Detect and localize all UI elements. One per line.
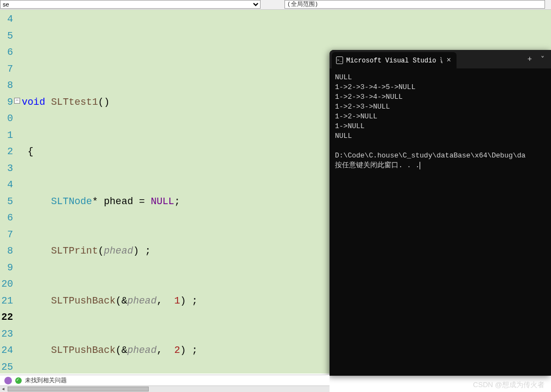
status-text: 未找到相关问题 [25,376,67,384]
scope-dropdown-left[interactable]: se [0,0,261,9]
terminal-header: >_ Microsoft Visual Studio 调试 × + ˅ [330,50,551,68]
dropdown-icon[interactable]: ˅ [541,55,544,64]
scroll-thumb[interactable] [8,387,149,391]
scroll-left-icon[interactable]: ◄ [0,386,7,392]
close-icon[interactable]: × [446,56,452,65]
new-tab-button[interactable]: + [528,55,532,64]
top-bar: se (全局范围) [0,0,551,10]
terminal-actions: + ˅ [521,50,551,68]
status-indicator-icon[interactable] [4,377,12,384]
scope-dropdown-right[interactable]: (全局范围) [284,0,545,9]
terminal-output[interactable]: NULL 1->2->3->4->5->NULL 1->2->3->4->NUL… [330,68,551,175]
line-number-gutter: 4 5 6 7 8 9 0 1 2 3 4 5 6 7 8 9 20 21 22… [0,10,16,374]
status-bar: 未找到相关问题 [0,375,330,385]
cursor-icon [420,162,420,169]
terminal-tab-title: Microsoft Visual Studio 调试 [346,56,442,65]
ok-icon[interactable] [15,377,22,384]
collapse-toggle-icon[interactable]: − [14,98,20,104]
terminal-icon: >_ [336,56,343,64]
horizontal-scrollbar[interactable]: ◄ [0,385,330,392]
debug-console-window[interactable]: >_ Microsoft Visual Studio 调试 × + ˅ NULL… [330,50,551,376]
watermark: CSDN @想成为传火者 [473,380,544,390]
terminal-tab[interactable]: >_ Microsoft Visual Studio 调试 × [332,52,457,68]
